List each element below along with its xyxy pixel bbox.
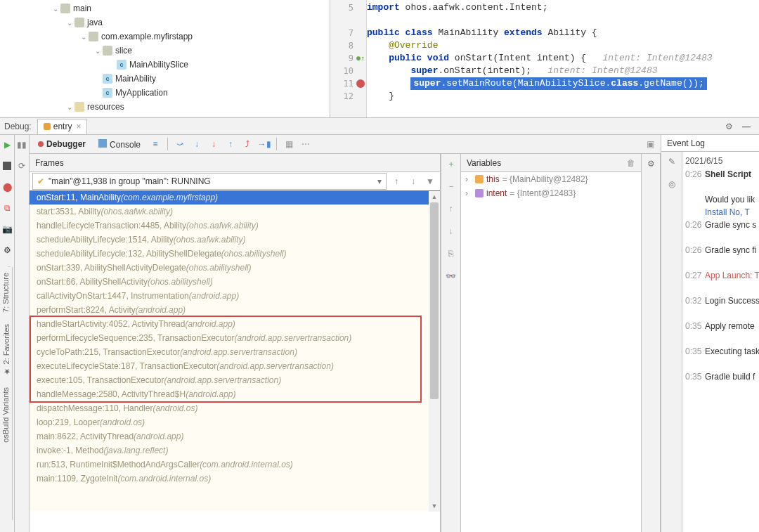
class-icon: c: [103, 88, 112, 98]
stack-frame-row[interactable]: scheduleAbilityLifecycle:132, AbilityShe…: [30, 247, 440, 261]
stack-frame-row[interactable]: cycleToPath:215, TransactionExecutor (an…: [30, 345, 440, 359]
tree-item-myapplication[interactable]: cMyApplication: [0, 86, 330, 100]
prev-frame-button[interactable]: ↑: [389, 174, 403, 188]
check-icon[interactable]: ✎: [666, 156, 677, 167]
camera-button[interactable]: 📷: [1, 223, 13, 235]
threads-icon[interactable]: ≡: [150, 139, 160, 149]
stack-frame-row[interactable]: executeLifecycleState:187, TransactionEx…: [30, 359, 440, 373]
evaluate-icon[interactable]: ▦: [284, 139, 294, 149]
event-log-list[interactable]: 2021/6/15 0:26Shell Script Would you lik…: [682, 152, 759, 532]
scroll-thumb[interactable]: [430, 202, 439, 399]
close-icon[interactable]: ×: [76, 122, 81, 131]
drop-frame-icon[interactable]: ⤴: [242, 139, 252, 149]
stack-frame-row[interactable]: onStart:11, MainAbility (com.example.myf…: [30, 190, 440, 205]
field-icon: [475, 175, 484, 183]
tree-item-main[interactable]: ⌄main: [0, 1, 330, 15]
frame-method: cycleToPath:215, TransactionExecutor: [37, 347, 180, 357]
stack-frame-row[interactable]: handleLifecycleTransaction:4485, Ability…: [30, 219, 440, 233]
chevron-down-icon[interactable]: ▾: [377, 176, 382, 186]
filter-button[interactable]: ▼: [423, 174, 437, 188]
event-row: Would you lik: [685, 194, 756, 205]
trace-icon[interactable]: ⋯: [301, 139, 311, 149]
vtab-build-variants[interactable]: osBuild Variants: [0, 382, 11, 448]
debugger-tab[interactable]: Debugger: [35, 138, 89, 150]
move-up-button[interactable]: ↑: [446, 203, 457, 214]
stack-frame-row[interactable]: scheduleAbilityLifecycle:1514, Ability (…: [30, 233, 440, 247]
stack-frames-list[interactable]: onStart:11, MainAbility (com.example.myf…: [30, 190, 440, 511]
tree-item-java[interactable]: ⌄java: [0, 15, 330, 30]
tree-item-slice[interactable]: ⌄slice: [0, 44, 330, 58]
stack-frame-row[interactable]: performStart:8224, Activity (android.app…: [30, 303, 440, 317]
console-tab[interactable]: Console: [96, 138, 143, 151]
stack-frame-row[interactable]: execute:105, TransactionExecutor (androi…: [30, 373, 440, 387]
tree-item-mainabilityslice[interactable]: cMainAbilitySlice: [0, 58, 330, 72]
run-to-cursor-icon[interactable]: →▮: [259, 139, 269, 149]
remove-watch-button[interactable]: －: [446, 181, 457, 192]
stack-frame-row[interactable]: start:3531, Ability (ohos.aafwk.ability): [30, 205, 440, 219]
new-watch-button[interactable]: ＋: [446, 158, 457, 169]
stop-button[interactable]: [1, 160, 13, 171]
project-tree[interactable]: ⌄main ⌄java ⌄com.example.myfirstapp ⌄sli…: [0, 0, 330, 117]
layout-icon[interactable]: ▣: [645, 139, 655, 149]
vtab-favorites[interactable]: ★ 2: Favorites: [0, 318, 12, 382]
target-icon[interactable]: ◎: [666, 179, 677, 190]
bug-icon: [38, 141, 44, 147]
event-text: App Launch: T: [705, 270, 759, 281]
variable-row-intent[interactable]: ›intent = {Intent@12483}: [461, 186, 641, 200]
code-editor[interactable]: 5 789101112 ●↑ import ohos.aafwk.content…: [330, 0, 759, 117]
settings-gear-icon[interactable]: ⚙: [645, 158, 656, 169]
tree-label: main: [73, 4, 91, 13]
stack-frame-row[interactable]: onStart:339, AbilityShellActivityDelegat…: [30, 261, 440, 275]
glasses-icon[interactable]: 👓: [446, 271, 457, 282]
tree-item-package[interactable]: ⌄com.example.myfirstapp: [0, 30, 330, 44]
event-text: Would you lik: [705, 194, 755, 205]
stack-frame-row[interactable]: callActivityOnStart:1447, Instrumentatio…: [30, 289, 440, 303]
thread-combo[interactable]: ✔"main"@11,938 in group "main": RUNNING▾: [32, 173, 387, 190]
stack-frame-row[interactable]: handleStartActivity:4052, ActivityThread…: [30, 317, 440, 331]
gear-icon[interactable]: ⚙: [725, 122, 735, 131]
pause-button[interactable]: ▮▮: [16, 139, 27, 150]
next-frame-button[interactable]: ↓: [406, 174, 420, 188]
stack-frame-row[interactable]: onStart:66, AbilityShellActivity (ohos.a…: [30, 275, 440, 289]
mute-breakpoints-button[interactable]: ⬤: [1, 181, 13, 193]
resume-button[interactable]: ⟳: [16, 160, 27, 171]
debug-controls: ▮▮ ⟳: [15, 135, 30, 532]
event-text: Gradle build f: [705, 371, 755, 382]
step-out-icon[interactable]: ↑: [226, 139, 235, 149]
stack-frame-row[interactable]: loop:219, Looper (android.os): [30, 415, 440, 429]
step-into-icon[interactable]: ↓: [192, 139, 202, 149]
trash-icon[interactable]: 🗑: [627, 158, 635, 168]
debug-config-tab[interactable]: entry×: [37, 119, 88, 134]
move-down-button[interactable]: ↓: [446, 226, 457, 237]
config-icon: [44, 123, 51, 130]
scroll-up-icon[interactable]: ▲: [429, 191, 440, 202]
minimize-icon[interactable]: —: [742, 122, 752, 131]
rerun-button[interactable]: ▶: [1, 139, 13, 150]
frames-scrollbar[interactable]: ▲ ▼: [429, 191, 440, 512]
code-body[interactable]: import ohos.aafwk.content.Intent; public…: [367, 0, 759, 117]
view-breakpoints-button[interactable]: ⧉: [1, 202, 13, 214]
stack-frame-row[interactable]: main:1109, ZygoteInit (com.android.inter…: [30, 472, 440, 486]
tree-label: resources: [87, 102, 124, 112]
tree-item-mainability[interactable]: cMainAbility: [0, 72, 330, 86]
stack-frame-row[interactable]: main:8622, ActivityThread (android.app): [30, 429, 440, 443]
expand-icon[interactable]: ›: [465, 174, 472, 184]
force-step-into-icon[interactable]: ↓: [209, 139, 219, 149]
step-over-icon[interactable]: ⤻: [175, 139, 185, 149]
tree-item-resources[interactable]: ⌄resources: [0, 100, 330, 114]
scroll-down-icon[interactable]: ▼: [429, 500, 440, 512]
variable-row-this[interactable]: ›this = {MainAbility@12482}: [461, 172, 641, 186]
stack-frame-row[interactable]: performLifecycleSequence:235, Transactio…: [30, 331, 440, 345]
event-link[interactable]: No, T: [729, 207, 750, 217]
stack-frame-row[interactable]: dispatchMessage:110, Handler (android.os…: [30, 401, 440, 415]
stack-frame-row[interactable]: handleMessage:2580, ActivityThread$H (an…: [30, 387, 440, 401]
event-link[interactable]: Install: [705, 207, 727, 217]
event-text: Apply remote: [705, 320, 755, 332]
stack-frame-row[interactable]: run:513, RuntimeInit$MethodAndArgsCaller…: [30, 458, 440, 472]
stack-frame-row[interactable]: invoke:-1, Method (java.lang.reflect): [30, 443, 440, 458]
settings-button[interactable]: ⚙: [1, 245, 13, 256]
copy-button[interactable]: ⎘: [446, 248, 457, 259]
expand-icon[interactable]: ›: [465, 188, 472, 198]
vtab-structure[interactable]: 7: Structure: [0, 267, 11, 318]
breakpoint-icon[interactable]: [356, 79, 365, 88]
